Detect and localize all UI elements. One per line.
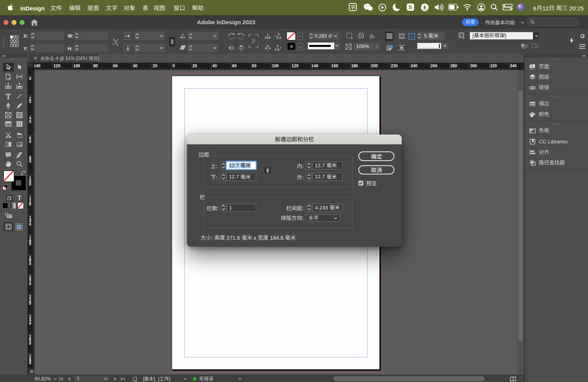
svg-text:P: P xyxy=(252,38,255,45)
svg-text:S: S xyxy=(408,4,412,10)
